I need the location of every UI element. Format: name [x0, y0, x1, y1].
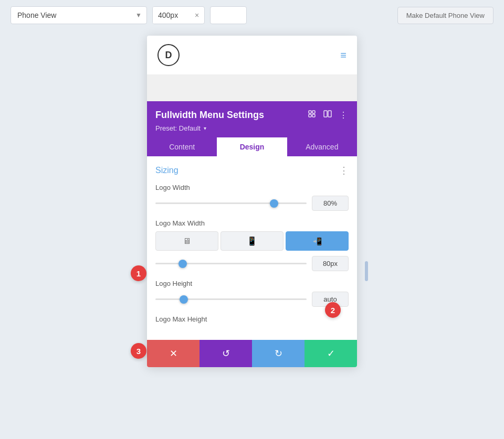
- logo-width-slider-container: [155, 198, 307, 209]
- device-buttons: 🖥 📱 📲: [155, 231, 349, 251]
- section-title: Sizing: [155, 166, 178, 175]
- logo-max-width-slider-container: [155, 259, 307, 269]
- mobile-icon: 📲: [313, 237, 322, 245]
- hamburger-icon: ≡: [340, 50, 346, 60]
- svg-rect-5: [328, 111, 331, 117]
- second-width-input[interactable]: [210, 6, 247, 24]
- right-resize-handle[interactable]: [365, 261, 368, 281]
- settings-expand-btn[interactable]: [307, 109, 317, 121]
- logo-height-field: Logo Height: [155, 280, 349, 307]
- view-select-wrapper: Phone View Desktop View Tablet View ▼: [10, 6, 147, 24]
- phone-mockup: D ≡ Fullwidth Menu Settings: [147, 36, 357, 367]
- settings-icons: ⋮: [307, 109, 349, 121]
- logo-max-height-field: Logo Max Height: [155, 315, 349, 323]
- action-bar: ✕ ↺ ↻ ✓: [147, 340, 357, 367]
- svg-rect-4: [324, 111, 327, 117]
- logo-width-label: Logo Width: [155, 184, 349, 191]
- logo-max-width-field: Logo Max Width 🖥 📱 📲: [155, 219, 349, 271]
- svg-rect-3: [312, 114, 315, 117]
- logo-width-field: Logo Width: [155, 184, 349, 211]
- width-clear-button[interactable]: ×: [190, 7, 204, 24]
- top-toolbar: Phone View Desktop View Tablet View ▼ × …: [0, 0, 504, 30]
- save-icon: ✓: [327, 348, 335, 359]
- mockup-nav: D ≡: [147, 36, 357, 75]
- logo-height-label: Logo Height: [155, 280, 349, 287]
- logo-width-value[interactable]: [312, 196, 349, 211]
- logo-height-slider-container: [155, 294, 307, 305]
- logo-max-height-label: Logo Max Height: [155, 315, 349, 323]
- tab-content[interactable]: Content: [147, 137, 217, 156]
- svg-rect-0: [309, 111, 311, 113]
- logo-max-width-value[interactable]: [312, 256, 349, 271]
- logo-max-width-slider-row: [155, 256, 349, 271]
- cancel-button[interactable]: ✕: [147, 340, 200, 367]
- desktop-icon: 🖥: [183, 237, 191, 246]
- logo-width-slider-row: [155, 196, 349, 211]
- cancel-icon: ✕: [170, 348, 177, 359]
- settings-columns-btn[interactable]: [322, 109, 333, 121]
- settings-more-btn[interactable]: ⋮: [338, 109, 349, 121]
- svg-rect-1: [312, 111, 315, 113]
- section-header: Sizing ⋮: [155, 165, 349, 176]
- step-indicator-3: 3: [131, 343, 146, 359]
- logo-height-slider[interactable]: [155, 298, 307, 300]
- preset-chevron-icon: ▾: [204, 125, 206, 131]
- section-menu-button[interactable]: ⋮: [339, 165, 349, 176]
- width-input[interactable]: [153, 7, 190, 24]
- redo-icon: ↻: [275, 348, 282, 359]
- main-area: 1 2 3 D ≡ Fullwidth Menu Settings: [0, 30, 504, 367]
- logo-max-width-label: Logo Max Width: [155, 219, 349, 227]
- settings-panel: Fullwidth Menu Settings: [147, 101, 357, 367]
- svg-rect-2: [309, 114, 311, 117]
- settings-title-row: Fullwidth Menu Settings: [155, 109, 349, 121]
- undo-button[interactable]: ↺: [200, 340, 252, 367]
- logo-height-slider-row: [155, 292, 349, 307]
- preset-row: Preset: Default ▾: [155, 124, 349, 132]
- expand-icon: [308, 110, 316, 118]
- settings-tabs: Content Design Advanced: [147, 137, 357, 156]
- width-input-group: ×: [152, 6, 205, 24]
- logo-width-slider[interactable]: [155, 202, 307, 204]
- redo-button[interactable]: ↻: [252, 340, 304, 367]
- step-indicator-2: 2: [325, 302, 341, 318]
- logo-max-width-slider[interactable]: [155, 263, 307, 264]
- undo-icon: ↺: [222, 348, 230, 359]
- settings-title: Fullwidth Menu Settings: [155, 110, 264, 121]
- make-default-button[interactable]: Make Default Phone View: [397, 7, 494, 24]
- logo-letter: D: [165, 50, 172, 61]
- columns-icon: [323, 110, 332, 118]
- view-select[interactable]: Phone View Desktop View Tablet View: [10, 6, 147, 24]
- settings-header: Fullwidth Menu Settings: [147, 101, 357, 137]
- step-indicator-1: 1: [131, 265, 146, 281]
- tab-advanced[interactable]: Advanced: [287, 137, 357, 156]
- desktop-device-btn[interactable]: 🖥: [155, 231, 218, 251]
- tablet-icon: 📱: [247, 236, 257, 246]
- divi-logo: D: [158, 44, 180, 66]
- preset-label: Preset: Default: [155, 124, 201, 132]
- save-button[interactable]: ✓: [304, 340, 357, 367]
- tab-design[interactable]: Design: [217, 137, 287, 156]
- mockup-hero: [147, 75, 357, 101]
- tablet-device-btn[interactable]: 📱: [220, 231, 284, 251]
- mobile-device-btn[interactable]: 📲: [286, 231, 349, 251]
